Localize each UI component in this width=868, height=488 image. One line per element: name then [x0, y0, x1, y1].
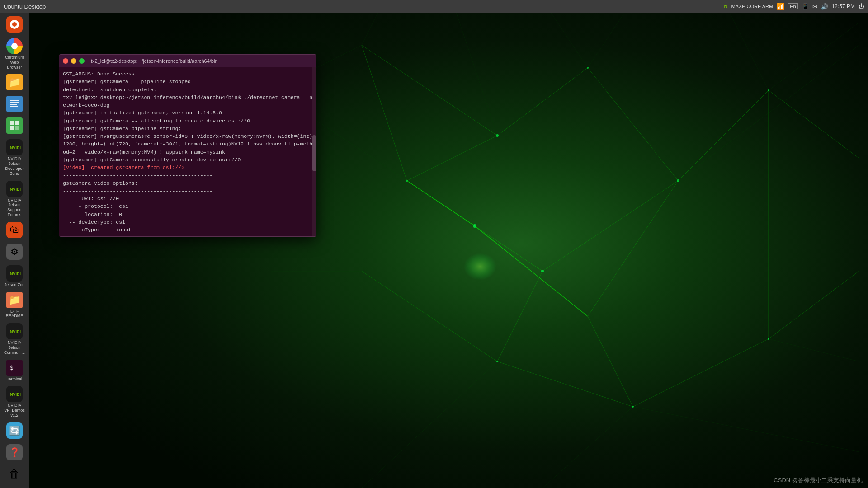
terminal-line-3: detectnet: shutdown complete.	[63, 86, 312, 94]
nvidia-support-label: NVIDIAJetsonSupportForums	[7, 198, 22, 217]
svg-rect-57	[10, 126, 14, 130]
terminal-line-4: tx2_lei@tx2-desktop:~/jetson-inference/b…	[63, 94, 312, 101]
vpi-label: NVIDIAVPI Demosv1.2	[4, 403, 25, 418]
svg-rect-54	[8, 119, 21, 132]
terminal-line-10: 1280, height=(int)720, framerate=30/1, f…	[63, 140, 312, 148]
svg-point-48	[12, 22, 17, 27]
sidebar-item-nvidia-dev[interactable]: NVIDIA NVIDIAJetsonDeveloperZone	[1, 137, 28, 178]
bluetooth-icon[interactable]: 📱	[802, 3, 809, 10]
svg-rect-56	[15, 121, 19, 125]
sidebar-item-trash[interactable]: 🗑	[1, 464, 28, 485]
sidebar-item-settings[interactable]: ⚙	[1, 242, 28, 263]
topbar: Ubuntu Desktop N MAXP CORE ARM 📶 En 📱 ✉ …	[0, 0, 868, 13]
svg-text:NVIDIA: NVIDIA	[10, 145, 21, 150]
watermark: CSDN @鲁棒最小二乘支持向量机	[774, 476, 863, 484]
terminal-window: tx2_lei@tx2-desktop: ~/jetson-inference/…	[59, 54, 316, 237]
terminal-body[interactable]: GST_ARGUS: Done Success [gstreamer] gstC…	[59, 67, 316, 236]
terminal-line-14: ----------------------------------------…	[63, 171, 312, 179]
window-minimize-button[interactable]	[71, 58, 76, 64]
sidebar-item-files[interactable]: 📁	[1, 72, 28, 93]
window-maximize-button[interactable]	[79, 58, 85, 64]
terminal-line-9: [gstreamer] nvarguscamerasrc sensor-id=0…	[63, 132, 312, 140]
clock: 12:57 PM	[832, 3, 855, 9]
sidebar-item-zoo[interactable]: NVIDIA Jetson Zoo	[1, 263, 28, 289]
terminal-line-6: [gstreamer] initialized gstreamer, versi…	[63, 109, 312, 117]
terminal-line-17: -- URI: csi://0	[63, 195, 312, 202]
terminal-line-7: [gstreamer] gstCamera -- attempting to c…	[63, 117, 312, 125]
terminal-line-2: [gstreamer] gstCamera -- pipeline stoppe…	[63, 78, 312, 85]
terminal-label: Terminal	[7, 377, 22, 382]
terminal-line-15: gstCamera video options:	[63, 179, 312, 187]
sidebar: ChromiumWebBrowser 📁 NVIDIA NVIDIAJetson…	[0, 13, 29, 488]
terminal-line-18: - protocol: csi	[63, 202, 312, 210]
terminal-line-12: [gstreamer] gstCamera successfully creat…	[63, 156, 312, 164]
svg-point-26	[541, 270, 544, 272]
svg-rect-51	[10, 102, 19, 103]
terminal-line-1: GST_ARGUS: Done Success	[63, 70, 312, 78]
svg-text:$_: $_	[10, 364, 17, 371]
terminal-titlebar: tx2_lei@tx2-desktop: ~/jetson-inference/…	[59, 55, 316, 67]
lang-indicator[interactable]: En	[788, 3, 797, 9]
svg-rect-52	[10, 104, 17, 105]
svg-rect-55	[10, 121, 14, 125]
sidebar-item-updater[interactable]: 🔄	[1, 421, 28, 441]
svg-point-31	[420, 217, 529, 307]
watermark-text: CSDN @鲁棒最小二乘支持向量机	[774, 477, 863, 483]
svg-text:NVIDIA: NVIDIA	[10, 272, 21, 276]
chromium-label: ChromiumWebBrowser	[5, 55, 24, 70]
sidebar-item-nvidia-support[interactable]: NVIDIA NVIDIAJetsonSupportForums	[1, 179, 28, 219]
svg-rect-53	[10, 106, 18, 107]
sidebar-item-help[interactable]: ❓	[1, 442, 28, 463]
nvidia-tray-icon: N	[724, 4, 727, 9]
volume-icon[interactable]: 🔊	[821, 3, 828, 10]
terminal-line-20: -- deviceType: csi	[63, 218, 312, 226]
maxp-label: MAXP CORE ARM	[731, 4, 773, 9]
chromium-icon	[6, 38, 23, 54]
sidebar-item-chromium[interactable]: ChromiumWebBrowser	[1, 36, 28, 71]
wifi-icon[interactable]: 📶	[777, 3, 784, 10]
system-tray: N MAXP CORE ARM 📶 En 📱 ✉ 🔊 12:57 PM ⏻	[724, 3, 864, 10]
sidebar-item-l4t[interactable]: 📁 L4T-README	[1, 290, 28, 321]
sidebar-item-writer[interactable]	[1, 94, 28, 115]
terminal-line-8: [gstreamer] gstCamera pipeline string:	[63, 125, 312, 132]
terminal-line-16: ----------------------------------------…	[63, 187, 312, 195]
terminal-window-title: tx2_lei@tx2-desktop: ~/jetson-inference/…	[91, 58, 312, 64]
terminal-scrollbar[interactable]	[312, 67, 316, 236]
window-close-button[interactable]	[63, 58, 68, 64]
svg-text:NVIDIA: NVIDIA	[10, 187, 21, 192]
terminal-line-21: -- ioType: input	[63, 226, 312, 234]
sidebar-item-terminal[interactable]: $_ Terminal	[1, 358, 28, 384]
sidebar-item-vpi[interactable]: NVIDIA NVIDIAVPI Demosv1.2	[1, 384, 28, 419]
nvidia-dev-icon: NVIDIA	[8, 143, 21, 152]
sidebar-item-nvidia-comms[interactable]: NVIDIA NVIDIAJetsonCommuni...	[1, 321, 28, 357]
terminal-line-19: - location: 0	[63, 211, 312, 218]
svg-rect-50	[10, 100, 19, 101]
terminal-line-11: od=2 ! video/x-raw(memory:NVM) ! appsink…	[63, 148, 312, 156]
sidebar-item-software[interactable]: 🛍	[1, 220, 28, 241]
svg-rect-58	[15, 126, 19, 130]
nvidia-comms-label: NVIDIAJetsonCommuni...	[4, 340, 25, 355]
svg-text:NVIDIA: NVIDIA	[10, 392, 21, 397]
desktop-label: Ubuntu Desktop	[4, 3, 46, 10]
nvidia-dev-label: NVIDIAJetsonDeveloperZone	[5, 156, 24, 176]
zoo-label: Jetson Zoo	[5, 282, 25, 287]
power-icon[interactable]: ⏻	[859, 3, 864, 10]
terminal-line-5: etwork=coco-dog	[63, 101, 312, 109]
terminal-scrollbar-thumb[interactable]	[312, 135, 316, 171]
svg-text:NVIDIA: NVIDIA	[10, 329, 21, 334]
sidebar-item-home[interactable]	[1, 14, 28, 35]
mail-icon[interactable]: ✉	[812, 3, 817, 10]
l4t-label: L4T-README	[6, 309, 24, 319]
sidebar-item-calc[interactable]	[1, 116, 28, 136]
terminal-line-13: [video] created gstCamera from csi://0	[63, 164, 312, 171]
